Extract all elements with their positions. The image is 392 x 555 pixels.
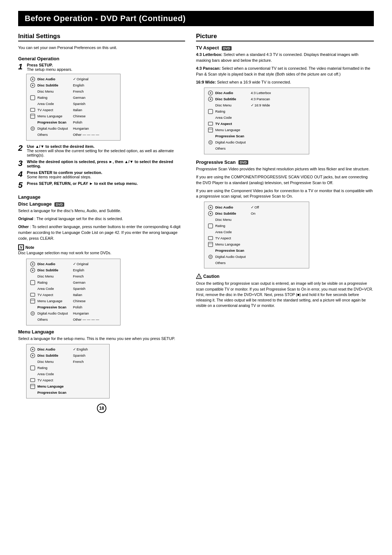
svg-point-47 — [210, 256, 211, 258]
menu-row: Others Other — — — — — [29, 132, 117, 138]
step-1-content: Press SETUP. The setup menu appears. — [27, 63, 185, 72]
svg-rect-4 — [30, 96, 35, 100]
dl-german: German — [73, 280, 85, 285]
svg-point-29 — [210, 92, 211, 94]
menu-row: TV Aspect — [29, 377, 106, 384]
step-3-bold: While the desired option is selected, pr… — [27, 159, 173, 168]
ta-rating-icon — [207, 109, 214, 114]
language-title: Language — [18, 194, 185, 200]
ml-english: English — [73, 347, 88, 352]
ta-panscan: 4:3 Panscan — [251, 97, 270, 101]
ta-disc-menu-icon — [207, 103, 214, 108]
menu-row: Rating German — [29, 95, 117, 101]
ps-off: Off — [251, 205, 259, 210]
svg-rect-16 — [30, 299, 35, 303]
general-operation-section: General Operation 1 Press SETUP. The set… — [18, 56, 185, 189]
menu-disc-subtitle: Disc Subtitle — [37, 83, 70, 88]
initial-settings-section: Initial Settings You can set your own Pe… — [18, 33, 185, 51]
option-chinese: Chinese — [73, 114, 86, 118]
menu-options-3: French — [73, 89, 84, 94]
svg-point-3 — [32, 85, 33, 86]
option-original: Original — [73, 77, 89, 81]
step-1-num: 1 — [18, 63, 25, 71]
ta-disc-audio: Disc Audio — [215, 91, 248, 95]
ps-p1: Progressive Scan Video provides the high… — [196, 166, 374, 172]
menu-options-8: Polish — [73, 120, 82, 125]
menu-language-icon — [29, 114, 36, 119]
dl-disc-subtitle-icon — [29, 268, 36, 273]
svg-point-41 — [210, 213, 211, 214]
ml-options-3: French — [73, 360, 84, 364]
progressive-scan-subsection: Progressive Scan DVD Progressive Scan Vi… — [196, 159, 374, 269]
disc-subtitle-icon — [29, 83, 36, 88]
ps-rating-icon — [207, 223, 214, 228]
ps-progressive-scan: Progressive Scan — [215, 248, 248, 253]
ps-prog-scan-icon — [207, 248, 214, 253]
menu-row: Disc Audio Original — [29, 76, 117, 82]
menu-options-10: Other — — — — — [73, 133, 99, 137]
dl-digital-audio: Digital Audio Output — [37, 311, 70, 316]
menu-row: Menu Language Chinese — [29, 113, 117, 119]
dl-disc-menu: Disc Menu — [37, 274, 70, 279]
dl-original: Original — [73, 262, 89, 266]
menu-row: Menu Language — [207, 127, 306, 133]
ta-area-code-icon — [207, 115, 214, 120]
step-3: 3 While the desired option is selected, … — [18, 159, 185, 168]
dl-digital-audio-icon — [29, 311, 36, 316]
svg-rect-42 — [208, 224, 213, 228]
menu-digital-audio: Digital Audio Output — [37, 126, 70, 131]
tv-aspect-subsection: TV Aspect DVD 4:3 Letterbox: Select when… — [196, 45, 374, 154]
menu-row: Digital Audio Output — [207, 254, 306, 260]
step-3-content: While the desired option is selected, pr… — [27, 159, 185, 168]
rating-icon — [29, 95, 36, 100]
ml-tv-icon — [29, 378, 36, 383]
disc-lang-p1: Select a language for the disc's Menu, A… — [18, 208, 185, 214]
menu-row: Rating — [207, 223, 306, 229]
dl-french: French — [73, 274, 84, 279]
menu-row: Disc Menu — [207, 216, 306, 223]
disc-audio-icon — [29, 77, 36, 82]
menu-language-menu: Disc Audio English Disc Subtitle Spanish — [26, 344, 110, 398]
progressive-scan-icon — [29, 120, 36, 125]
menu-row: Progressive Scan Polish — [29, 119, 117, 126]
dl-tv-icon — [29, 292, 36, 297]
ps-disc-audio-icon — [207, 205, 214, 210]
step-4-bold: Press ENTER to confirm your selection. — [27, 170, 102, 175]
dl-progressive-scan: Progressive Scan — [37, 305, 70, 309]
ta-menu-lang-icon — [207, 127, 214, 133]
ps-digital-audio: Digital Audio Output — [215, 255, 248, 259]
option-german: German — [73, 96, 85, 100]
svg-rect-32 — [208, 109, 213, 114]
menu-row: Rating — [207, 109, 306, 115]
menu-row: Area Code — [207, 229, 306, 235]
svg-point-46 — [209, 255, 212, 259]
menu-row: Area Code Spanish — [29, 101, 117, 107]
svg-point-19 — [32, 313, 33, 314]
dl-disc-audio: Disc Audio — [37, 262, 70, 266]
note-label: Note — [25, 245, 34, 250]
step-5-bold: Press SETUP, RETURN, or PLAY ► to exit t… — [27, 181, 138, 186]
ps-disc-menu-icon — [207, 217, 214, 222]
ta-options-2: 4:3 Panscan — [251, 97, 270, 101]
initial-settings-intro: You can set your own Personal Preference… — [18, 45, 185, 51]
general-operation-title: General Operation — [18, 56, 185, 61]
menu-row: Disc Subtitle Spanish — [29, 353, 106, 359]
menu-options-2: English — [73, 83, 84, 88]
tv-aspect-p3: 16:9 Wide: Select when a 16:9 wide TV is… — [196, 80, 374, 85]
ml-french: French — [73, 360, 84, 364]
note-icon: N — [18, 244, 24, 250]
ps-disc-menu: Disc Menu — [215, 218, 248, 222]
ml-disc-menu: Disc Menu — [37, 360, 70, 364]
menu-row: Disc Menu French — [29, 274, 117, 280]
ta-area-code: Area Code — [215, 116, 248, 120]
ml-prog-scan-icon — [29, 390, 36, 395]
note-text: Disc Language selection may not work for… — [18, 250, 185, 256]
tv-aspect-icon — [29, 108, 36, 113]
ps-disc-subtitle-icon — [207, 211, 214, 216]
dvd-badge-progressive-scan: DVD — [238, 160, 248, 165]
menu-options-4: German — [73, 96, 85, 100]
ta-disc-menu: Disc Menu — [215, 103, 248, 108]
ps-digital-audio-icon — [207, 254, 214, 259]
dvd-badge-tv-aspect: DVD — [222, 46, 232, 50]
ps-options-2: On — [251, 211, 256, 216]
